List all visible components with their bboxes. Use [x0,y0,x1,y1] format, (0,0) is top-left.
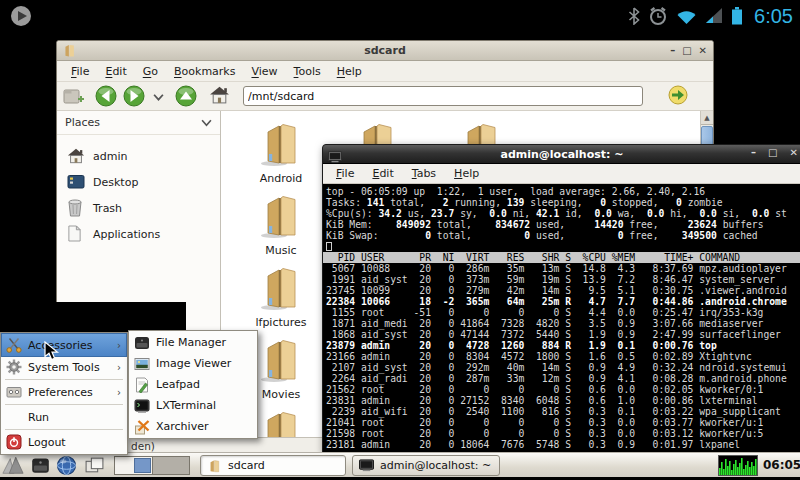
up-button[interactable] [175,85,197,107]
menu-item-logout[interactable]: Logout [2,431,126,453]
blank-icon [6,409,22,425]
menu-item-system-tools[interactable]: System Tools› [2,356,126,378]
history-chevron-icon[interactable] [153,85,167,107]
taskbar: sdcardadmin@localhost: ~ 06:05 [0,452,800,477]
mouse-cursor [44,341,61,366]
folder-lfpictures[interactable]: lfpictures [238,265,324,329]
lxde-menu-icon[interactable] [2,455,24,476]
status-time: 6:05 [751,5,796,28]
process-row: 2239 aid_wifi 20 0 2540 1100 816 S 0.3 0… [326,406,800,417]
terminal-menu-help[interactable]: Help [445,165,488,182]
fm-menu-tools[interactable]: Tools [286,63,329,80]
chevron-down-icon [201,119,212,127]
fm-menu-edit[interactable]: Edit [97,63,134,80]
file-manager-icon[interactable] [29,455,51,476]
terminal-output[interactable]: top - 06:05:09 up 1:22, 1 user, load ave… [323,184,800,452]
taskbar-window-admin-localhost[interactable]: admin@localhost: ~ [352,455,500,476]
submenu-item-image-viewer[interactable]: Image Viewer [130,353,256,374]
forward-button[interactable] [123,85,145,107]
menu-item-label: Preferences [28,386,93,399]
sidebar-item-admin[interactable]: admin [57,143,220,169]
submenu-item-lxterminal[interactable]: LXTerminal [130,395,256,416]
sidebar-item-desktop[interactable]: Desktop [57,169,220,195]
process-row: 23831 admin 20 0 27152 8340 6048 S 0.6 1… [326,395,800,406]
submenu-arrow-icon: › [117,387,121,398]
image-viewer-icon [134,356,150,372]
folder-android[interactable]: Android [238,121,324,185]
home-button[interactable] [209,85,231,107]
terminal-menu-file[interactable]: File [327,165,363,182]
scroll-up-icon[interactable]: ▲ [701,111,713,125]
path-input[interactable] [243,86,643,106]
process-row: 23745 10099 20 0 279m 42m 14m S 9.5 5.1 … [326,285,800,296]
file-manager-titlebar[interactable]: sdcard – □ ✕ [57,41,713,61]
terminal-cursor [326,241,800,252]
top-summary-line: KiB Swap: 0 total, 0 used, 0 free, 34950… [326,230,800,241]
workspace-window-thumb [134,458,151,473]
back-button[interactable] [95,85,117,107]
close-button[interactable]: ✕ [789,147,797,158]
top-summary-line: Tasks: 141 total, 2 running, 139 sleepin… [326,197,800,208]
top-summary-line: top - 06:05:09 up 1:22, 1 user, load ave… [326,186,800,197]
minimize-button[interactable]: – [751,147,756,158]
process-row: 5067 10088 20 0 286m 35m 13m S 14.8 4.3 … [326,263,800,274]
fm-menu-view[interactable]: View [243,63,285,80]
terminal-titlebar[interactable]: admin@localhost: ~ – □ ✕ [323,145,800,164]
alarm-icon [648,6,668,26]
places-header[interactable]: Places [57,111,220,135]
maximize-button[interactable]: □ [768,147,777,158]
submenu-item-label: LXTerminal [156,399,216,412]
browser-icon[interactable] [55,455,77,476]
folder-label: lfpictures [238,316,324,329]
file-manager-toolbar [57,82,713,111]
folder-label: Music [238,244,324,257]
start-menu: Accessories›System Tools›Preferences›Run… [0,332,128,455]
menu-item-label: Run [28,411,49,424]
window-title: admin@localhost: ~ [323,148,800,161]
trash-icon [67,199,85,217]
folder-music[interactable]: Music [238,193,324,257]
menu-item-label: System Tools [28,361,100,374]
submenu-item-label: File Manager [156,336,226,349]
file-manager-menubar: FileEditGoBookmarksViewToolsHelp [57,61,713,82]
fm-menu-file[interactable]: File [63,63,97,80]
workspace-2[interactable] [153,457,190,474]
sidebar-item-trash[interactable]: Trash [57,195,220,221]
sidebar-item-applications[interactable]: Applications [57,221,220,247]
top-summary-line: %Cpu(s): 34.2 us, 23.7 sy, 0.0 ni, 42.1 … [326,208,800,219]
terminal-menu-tabs[interactable]: Tabs [403,165,445,182]
go-button[interactable] [668,85,688,107]
submenu-item-xarchiver[interactable]: Xarchiver [130,416,256,437]
process-row: 1991 aid_syst 20 0 373m 59m 19m S 13.9 7… [326,274,800,285]
sidebar-item-label: Applications [93,228,160,241]
logout-icon [6,434,22,450]
new-tab-icon[interactable] [63,85,85,107]
close-button[interactable]: ✕ [699,43,707,58]
menu-separator [5,379,123,380]
submenu-item-leafpad[interactable]: Leafpad [130,374,256,395]
folder-icon [207,459,222,473]
taskbar-window-sdcard[interactable]: sdcard [200,455,346,476]
sidebar-item-label: Trash [93,202,122,215]
maximize-button[interactable]: □ [682,43,691,58]
submenu-item-file-manager[interactable]: File Manager [130,332,256,353]
terminal-menu-edit[interactable]: Edit [363,165,402,182]
cpu-monitor[interactable] [718,455,758,476]
fm-menu-bookmarks[interactable]: Bookmarks [166,63,243,80]
minimize-button[interactable]: – [670,43,675,58]
wifi-icon [676,7,697,25]
process-row: 1868 aid_syst 20 0 47144 7372 5440 S 1.9… [326,329,800,340]
menu-item-accessories[interactable]: Accessories› [2,334,126,356]
taskbar-clock[interactable]: 06:05 [763,458,800,472]
menu-item-preferences[interactable]: Preferences› [2,381,126,403]
workspace-pager[interactable] [114,456,190,475]
fm-menu-go[interactable]: Go [135,63,166,80]
workspace-1[interactable] [115,457,153,474]
battery-icon [731,7,743,25]
process-row: 2107 aid_syst 20 0 292m 40m 14m S 0.9 4.… [326,362,800,373]
menu-item-run[interactable]: Run [2,406,126,428]
taskbar-window-label: sdcard [228,459,265,472]
desktop: sdcard – □ ✕ FileEditGoBookmarksViewTool… [0,32,800,480]
fm-menu-help[interactable]: Help [329,63,370,80]
show-desktop-icon[interactable] [83,455,105,476]
